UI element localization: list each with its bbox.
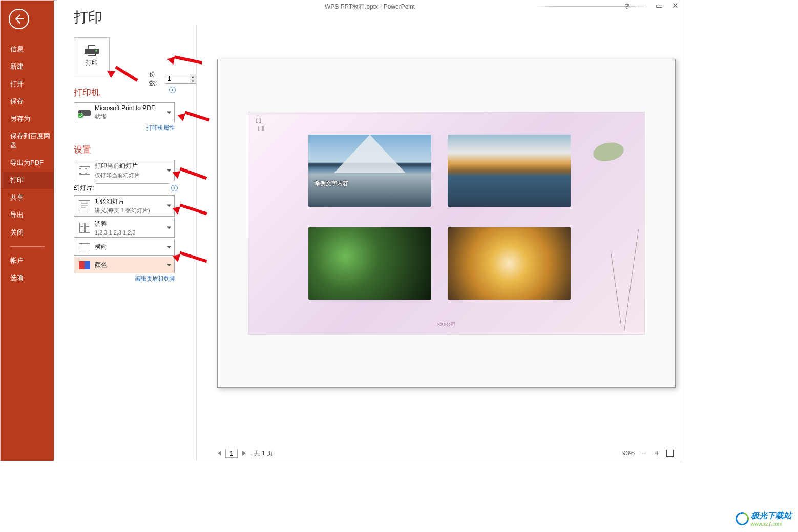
layout-selector[interactable]: 1 张幻灯片 讲义(每页 1 张幻灯片) [74,195,175,217]
edit-header-footer-link[interactable]: 编辑页眉和页脚 [74,275,175,283]
zoom-out-button[interactable]: − [640,449,648,458]
printer-status-icon [78,108,91,118]
zoom-level: 93% [622,450,635,457]
sidebar-item-options[interactable]: 选项 [1,269,54,287]
copies-spin-down[interactable]: ▼ [190,79,196,83]
fit-page-button[interactable] [666,450,674,457]
copies-control: 份数: ▲ ▼ [149,70,196,88]
chevron-down-icon [167,111,171,114]
zoom-in-button[interactable]: + [653,449,661,458]
settings-section-title: 设置 [74,144,196,156]
copies-spin-up[interactable]: ▲ [190,74,196,79]
sidebar-item-new[interactable]: 新建 [1,58,54,75]
printer-selector[interactable]: Microsoft Print to PDF 就绪 [74,102,175,122]
watermark-logo-icon [733,509,751,528]
collate-selector[interactable]: 调整 1,2,3 1,2,3 1,2,3 [74,218,175,238]
slide-image-1: 举例文字内容 [308,135,431,207]
sidebar-item-share[interactable]: 共享 [1,189,54,206]
slide-footer: XXX公司 [248,321,644,328]
slide-image-4 [448,227,571,300]
status-bar: , 共 1 页 93% − + [57,445,683,461]
print-settings-panel: 打印 打印 份数: ▲ ▼ [54,1,196,461]
slides-info-icon[interactable]: i [171,185,178,191]
copies-label: 份数: [149,70,162,88]
next-page-button[interactable] [240,450,247,457]
sidebar-item-save[interactable]: 保存 [1,93,54,110]
printer-name: Microsoft Print to PDF [95,104,171,112]
slide-caption: 举例文字内容 [314,180,348,187]
page-number-input[interactable] [225,449,238,458]
slides-range-input[interactable] [96,183,169,193]
printer-section-title: 打印机 i [74,87,196,98]
page-total-label: , 共 1 页 [250,449,273,458]
slide-image-2 [448,135,571,207]
preview-slide: 𓅮 𓅮 𓅮 𓅮 𓅮 举例文字内容 XXX公司 [248,112,645,335]
layout-icon [79,200,90,211]
chevron-down-icon [167,205,171,207]
chevron-down-icon [167,169,171,172]
collate-icon [79,223,90,233]
prev-page-button[interactable] [216,450,223,457]
color-swatches-icon [79,261,90,269]
print-preview: 𓅮 𓅮 𓅮 𓅮 𓅮 举例文字内容 XXX公司 [197,1,683,461]
chevron-down-icon [167,226,171,229]
sidebar-item-info[interactable]: 信息 [1,40,54,58]
twigs-decoration [580,219,642,332]
sidebar-item-print[interactable]: 打印 [1,172,54,189]
orientation-selector[interactable]: 横向 [74,239,175,256]
print-button-label: 打印 [86,58,98,67]
sidebar-item-export[interactable]: 导出 [1,206,54,224]
slide-image-3 [308,227,431,300]
printer-status: 就绪 [95,113,171,120]
birds-decoration: 𓅮 𓅮 𓅮 𓅮 𓅮 [256,116,265,133]
slides-range-label: 幻灯片: [74,184,94,193]
sidebar-item-open[interactable]: 打开 [1,75,54,93]
sidebar-item-account[interactable]: 帐户 [1,252,54,269]
page-orientation-icon [79,243,90,251]
backstage-sidebar: 信息 新建 打开 保存 另存为 保存到百度网盘 导出为PDF 打印 共享 导出 … [1,1,54,461]
print-button[interactable]: 打印 [74,37,110,74]
chevron-down-icon [167,246,171,248]
back-button[interactable] [9,9,29,29]
sidebar-item-export-pdf[interactable]: 导出为PDF [1,154,54,172]
blob-decoration [592,140,625,163]
watermark: 极光下载站 www.xz7.com [736,510,792,527]
sidebar-item-save-baidu[interactable]: 保存到百度网盘 [1,127,54,154]
page-title: 打印 [74,8,196,27]
printer-properties-link[interactable]: 打印机属性 [74,124,175,132]
printer-icon [85,45,99,56]
slide-icon [79,166,90,175]
print-scope-selector[interactable]: 打印当前幻灯片 仅打印当前幻灯片 [74,160,175,181]
chevron-down-icon [167,264,171,266]
sidebar-item-saveas[interactable]: 另存为 [1,110,54,127]
copies-input[interactable] [165,74,190,83]
sidebar-item-close[interactable]: 关闭 [1,224,54,241]
watermark-brand: 极光下载站 [751,511,792,520]
color-selector[interactable]: 颜色 [74,257,175,273]
watermark-url: www.xz7.com [751,521,792,527]
preview-page: 𓅮 𓅮 𓅮 𓅮 𓅮 举例文字内容 XXX公司 [217,59,676,388]
